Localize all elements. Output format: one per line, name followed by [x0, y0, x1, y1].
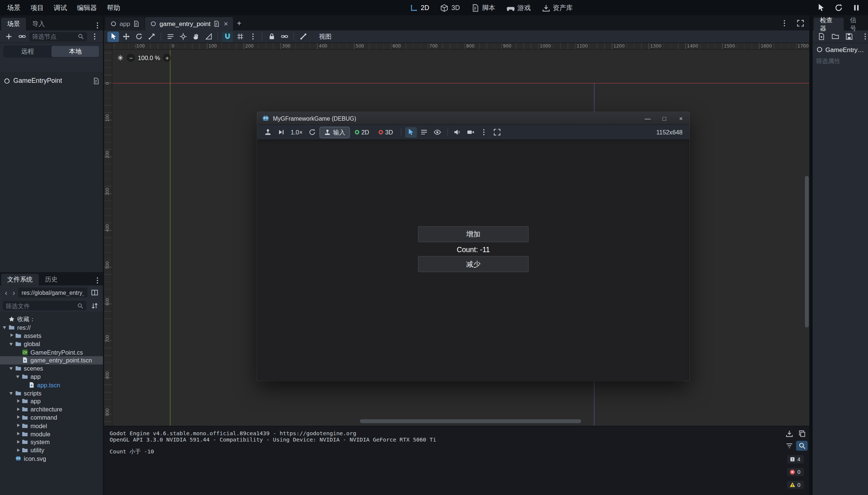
ruler-tool-button[interactable] [203, 31, 214, 42]
tree-chevron-icon[interactable] [9, 333, 14, 339]
sort-files-button[interactable] [88, 300, 100, 311]
tree-chevron-icon[interactable] [9, 390, 14, 396]
menu-help[interactable]: 帮助 [102, 1, 125, 14]
folder-item[interactable]: command [0, 413, 103, 421]
distraction-free-button[interactable] [794, 18, 806, 28]
save-resource-button[interactable] [843, 31, 855, 42]
pick-mode-button[interactable] [815, 2, 827, 13]
folder-item[interactable]: global [0, 340, 103, 348]
folder-item[interactable]: architecture [0, 405, 103, 413]
copy-log-button[interactable] [796, 429, 807, 439]
folder-item[interactable]: app [0, 397, 103, 405]
nav-back-icon[interactable]: ‹ [3, 289, 9, 296]
game-window-titlebar[interactable]: MyGFrameworkGame (DEBUG) — □ × [258, 112, 689, 125]
tab-filesystem[interactable]: 文件系统 [1, 274, 39, 285]
path-input[interactable] [18, 287, 87, 297]
increase-button[interactable]: 增加 [418, 226, 529, 242]
tree-chevron-icon[interactable] [16, 447, 21, 453]
tab-inspector[interactable]: 检查器 [814, 18, 844, 30]
skeleton-options-button[interactable] [297, 31, 309, 42]
messages-count-badge[interactable]: 4 [787, 455, 804, 463]
tree-chevron-icon[interactable] [2, 325, 8, 330]
close-button[interactable]: × [673, 112, 689, 124]
folder-item[interactable]: res:// [0, 323, 103, 332]
tree-chevron-icon[interactable] [16, 407, 21, 412]
tree-chevron-icon[interactable] [16, 374, 21, 380]
folder-item[interactable]: module [0, 430, 103, 438]
inspected-node[interactable]: GameEntryPoint [813, 43, 868, 56]
folder-item[interactable]: scripts [0, 389, 103, 397]
rotate-tool-button[interactable] [133, 31, 145, 42]
game-window[interactable]: MyGFrameworkGame (DEBUG) — □ × 1.0× 输入 2… [258, 112, 689, 380]
view-menu[interactable]: 视图 [315, 31, 335, 42]
folder-item[interactable]: model [0, 421, 103, 430]
filter-properties-input[interactable] [816, 58, 865, 64]
select-mode-button[interactable] [405, 127, 417, 137]
tree-chevron-icon[interactable] [16, 398, 21, 404]
file-item[interactable]: game_entry_point.tscn [0, 356, 103, 364]
scene-tab-game-entry-point[interactable]: game_entry_point × [145, 17, 233, 30]
new-scene-tab-button[interactable]: + [233, 16, 244, 30]
reset-speed-button[interactable] [307, 127, 318, 137]
workspace-3d[interactable]: 3D [440, 4, 460, 12]
new-resource-button[interactable] [815, 31, 827, 42]
pivot-tool-button[interactable] [177, 31, 189, 42]
open-script-icon[interactable] [93, 77, 100, 84]
speed-label[interactable]: 1.0× [288, 129, 305, 136]
game-debug-button[interactable] [262, 127, 273, 137]
inspector-menu-button[interactable] [859, 31, 868, 42]
tab-history[interactable]: 历史 [39, 274, 64, 285]
mute-audio-button[interactable] [451, 127, 463, 137]
decrease-button[interactable]: 减少 [418, 256, 529, 272]
tab-import[interactable]: 导入 [26, 18, 51, 30]
menu-editor[interactable]: 编辑器 [72, 1, 102, 14]
game-fullscreen-button[interactable] [492, 127, 503, 137]
errors-count-badge[interactable]: 0 [787, 468, 804, 476]
download-log-button[interactable] [783, 429, 795, 439]
camera-override-button[interactable] [465, 127, 476, 137]
file-item[interactable]: icon.svg [0, 455, 103, 463]
tree-chevron-icon[interactable] [16, 415, 21, 420]
tree-chevron-icon[interactable] [9, 366, 14, 371]
tab-scene[interactable]: 场景 [1, 18, 26, 30]
folder-item[interactable]: app [0, 372, 103, 381]
scene-tab-app[interactable]: app [105, 17, 145, 30]
center-view-icon[interactable] [117, 54, 124, 61]
folder-item[interactable]: utility [0, 446, 103, 455]
close-tab-icon[interactable]: × [224, 20, 228, 27]
filter-files-input[interactable] [6, 302, 77, 309]
game-options-button[interactable] [478, 127, 490, 137]
split-view-button[interactable] [88, 287, 100, 297]
nav-forward-icon[interactable]: › [10, 289, 17, 296]
file-item[interactable]: C#GameEntryPoint.cs [0, 348, 103, 356]
filter-nodes-input[interactable] [32, 33, 77, 40]
menu-scene[interactable]: 场景 [2, 1, 26, 14]
grid-snap-button[interactable] [234, 31, 246, 42]
load-resource-button[interactable] [829, 31, 841, 42]
smart-snap-button[interactable] [221, 31, 233, 42]
instance-scene-button[interactable] [16, 31, 27, 42]
group-node-button[interactable] [278, 31, 290, 42]
hscroll-thumb[interactable] [360, 419, 581, 423]
tree-chevron-icon[interactable] [16, 423, 21, 429]
select-tool-button[interactable] [107, 31, 119, 42]
warnings-count-badge[interactable]: 0 [787, 481, 804, 489]
move-tool-button[interactable] [120, 31, 132, 42]
tab-signals[interactable]: 信号 [844, 18, 868, 30]
scene-tree-menu-button[interactable] [88, 31, 100, 42]
scene-tabs-menu-button[interactable] [778, 18, 790, 28]
filter-messages-button[interactable] [783, 441, 795, 451]
search-messages-button[interactable] [796, 441, 807, 451]
snap-options-button[interactable] [247, 31, 258, 42]
tree-chevron-icon[interactable] [16, 439, 21, 445]
next-frame-button[interactable] [275, 127, 286, 137]
tree-chevron-icon[interactable] [16, 431, 21, 437]
list-mode-button[interactable] [418, 127, 430, 137]
file-item[interactable]: 收藏： [0, 315, 103, 323]
zoom-level[interactable]: 100.0 % [138, 55, 160, 61]
mode-2d-toggle[interactable]: 2D [351, 127, 373, 137]
canvas-vscrollbar[interactable] [805, 50, 809, 420]
menu-project[interactable]: 项目 [26, 1, 49, 14]
maximize-button[interactable]: □ [656, 112, 673, 124]
scene-dock-menu-button[interactable] [91, 20, 103, 30]
